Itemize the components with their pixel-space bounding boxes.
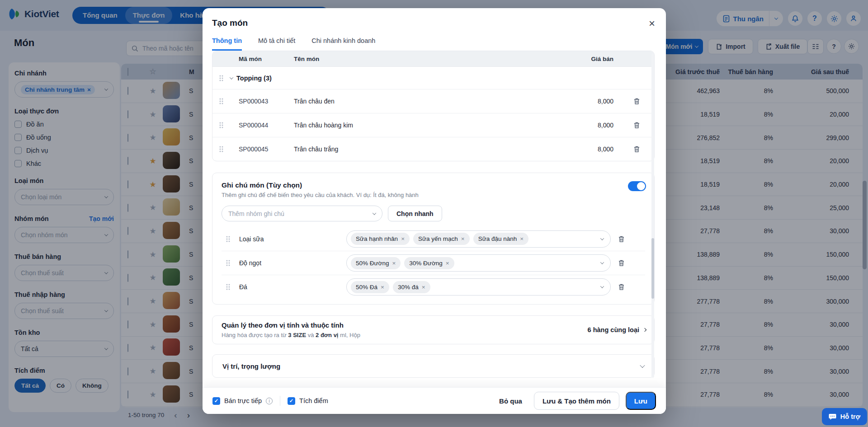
note-tags-select[interactable]: Sữa hạnh nhân×Sữa yến mạch×Sữa đậu nành×: [346, 230, 611, 248]
kiotviet-app: KiotViet Tổng quanThực đơnKho hàngPh Thu…: [0, 0, 868, 427]
drag-handle-icon[interactable]: [226, 235, 239, 243]
quick-select-button[interactable]: Chọn nhanh: [388, 206, 442, 221]
remove-tag-icon[interactable]: ×: [520, 235, 524, 242]
units-title: Quản lý theo đơn vị tính và thuộc tính: [222, 321, 645, 329]
direct-sale-checkbox[interactable]: ✓ Bán trực tiếp i: [212, 397, 273, 405]
item-row[interactable]: SP000045 Trân châu trắng 8,000: [212, 137, 654, 161]
code-header: Mã món: [239, 56, 294, 62]
item-code: SP000045: [239, 145, 294, 153]
chevron-right-icon: [643, 328, 646, 332]
remove-tag-icon[interactable]: ×: [446, 260, 449, 267]
save-and-new-button[interactable]: Lưu & Tạo thêm món: [534, 392, 619, 410]
modal-tab[interactable]: Thông tin: [212, 37, 242, 51]
price-header: Giá bán: [573, 56, 613, 62]
delete-note-group-button[interactable]: [611, 283, 632, 291]
items-rows: SP000043 Trân châu đen 8,000 SP000044 Tr…: [212, 89, 654, 161]
add-note-group-placeholder: Thêm nhóm ghi chú: [228, 210, 284, 217]
notes-section: Ghi chú món (Tùy chọn) Thêm ghi chú để c…: [212, 173, 655, 305]
item-code: SP000043: [239, 98, 294, 105]
item-row[interactable]: SP000043 Trân châu đen 8,000: [212, 89, 654, 113]
note-tag: 30% đá×: [393, 281, 430, 293]
delete-item-button[interactable]: [626, 122, 647, 129]
note-group-label: Độ ngọt: [239, 259, 346, 267]
group-name: Topping (3): [236, 75, 272, 82]
collapse-group-icon[interactable]: [230, 75, 233, 79]
related-items-link[interactable]: 6 hàng cùng loại: [588, 326, 646, 333]
add-note-group-select[interactable]: Thêm nhóm ghi chú: [222, 206, 382, 221]
support-label: Hỗ trợ: [840, 413, 860, 420]
items-table: Mã món Tên món Giá bán Topping (3) SP000…: [212, 51, 655, 161]
note-group-row: Loại sữa Sữa hạnh nhân×Sữa yến mạch×Sữa …: [222, 227, 645, 251]
trash-icon: [618, 259, 625, 267]
drag-handle-icon[interactable]: [219, 145, 239, 153]
remove-tag-icon[interactable]: ×: [401, 235, 405, 242]
modal-tabs: Thông tinMô tả chi tiếtChi nhánh kinh do…: [212, 37, 655, 51]
trash-icon: [618, 283, 625, 291]
chevron-down-icon: [600, 260, 604, 264]
item-price: 8,000: [573, 98, 613, 105]
item-price: 8,000: [573, 122, 613, 129]
delete-note-group-button[interactable]: [611, 259, 632, 267]
trash-icon: [633, 98, 640, 105]
notes-title: Ghi chú món (Tùy chọn): [222, 181, 645, 189]
modal-tab[interactable]: Chi nhánh kinh doanh: [311, 37, 375, 51]
modal-scrollbar-track[interactable]: [651, 53, 654, 378]
note-tags-select[interactable]: 50% Đường×30% Đường×: [346, 254, 611, 272]
note-tags-select[interactable]: 50% Đá×30% đá×: [346, 278, 611, 296]
position-weight-section[interactable]: Vị trí, trọng lượng: [212, 354, 655, 378]
remove-tag-icon[interactable]: ×: [381, 284, 384, 291]
save-button[interactable]: Lưu: [626, 392, 656, 410]
note-tag: Sữa đậu nành×: [473, 233, 529, 245]
note-tag: Sữa hạnh nhân×: [351, 233, 410, 245]
checkbox-checked-icon: ✓: [288, 397, 295, 405]
name-header: Tên món: [294, 56, 573, 62]
note-tag: 50% Đá×: [351, 281, 389, 293]
close-icon[interactable]: ×: [649, 19, 655, 28]
note-group-row: Đá 50% Đá×30% đá×: [222, 275, 645, 299]
drag-handle-icon[interactable]: [219, 98, 239, 105]
delete-item-button[interactable]: [626, 98, 647, 105]
remove-tag-icon[interactable]: ×: [422, 284, 425, 291]
create-dish-modal: Tạo món × Thông tinMô tả chi tiếtChi nhá…: [203, 8, 666, 414]
loyalty-checkbox[interactable]: ✓ Tích điểm: [288, 397, 328, 405]
remove-tag-icon[interactable]: ×: [392, 260, 396, 267]
item-price: 8,000: [573, 145, 613, 153]
drag-handle-icon[interactable]: [226, 259, 239, 267]
item-name: Trân châu hoàng kim: [294, 122, 573, 129]
note-groups: Loại sữa Sữa hạnh nhân×Sữa yến mạch×Sữa …: [222, 227, 645, 299]
remove-tag-icon[interactable]: ×: [461, 235, 465, 242]
support-button[interactable]: Hỗ trợ: [822, 408, 867, 425]
chevron-down-icon: [600, 284, 604, 288]
chevron-down-icon: [640, 363, 645, 368]
drag-handle-icon[interactable]: [226, 283, 239, 291]
drag-handle-icon[interactable]: [219, 122, 239, 129]
note-group-label: Đá: [239, 283, 346, 291]
modal-tab[interactable]: Mô tả chi tiết: [258, 37, 295, 51]
modal-scrollbar-thumb[interactable]: [651, 238, 654, 299]
skip-button[interactable]: Bỏ qua: [499, 397, 522, 405]
items-table-header: Mã món Tên món Giá bán: [212, 51, 654, 66]
delete-note-group-button[interactable]: [611, 235, 632, 243]
note-group-label: Loại sữa: [239, 235, 346, 243]
note-tag: 30% Đường×: [404, 257, 454, 269]
notes-toggle[interactable]: [628, 181, 646, 191]
delete-item-button[interactable]: [626, 145, 647, 153]
item-code: SP000044: [239, 122, 294, 129]
info-icon[interactable]: i: [266, 398, 273, 404]
topping-group-row[interactable]: Topping (3): [212, 66, 654, 89]
trash-icon: [633, 122, 640, 129]
note-tag: Sữa yến mạch×: [413, 233, 470, 245]
chevron-down-icon: [373, 211, 376, 215]
units-subtitle: Hàng hóa được tạo ra từ 3 SIZE và 2 đơn …: [222, 332, 645, 338]
note-tag: 50% Đường×: [351, 257, 401, 269]
modal-title: Tạo món: [212, 18, 248, 28]
position-weight-title: Vị trí, trọng lượng: [222, 362, 280, 370]
chat-icon: [829, 413, 836, 420]
trash-icon: [618, 235, 625, 243]
note-group-row: Độ ngọt 50% Đường×30% Đường×: [222, 251, 645, 275]
units-section[interactable]: Quản lý theo đơn vị tính và thuộc tính H…: [212, 315, 655, 344]
item-name: Trân châu trắng: [294, 145, 573, 153]
item-row[interactable]: SP000044 Trân châu hoàng kim 8,000: [212, 113, 654, 137]
drag-handle-icon[interactable]: [219, 75, 224, 82]
notes-subtitle: Thêm ghi chú để chế biến theo yêu cầu củ…: [222, 192, 645, 198]
